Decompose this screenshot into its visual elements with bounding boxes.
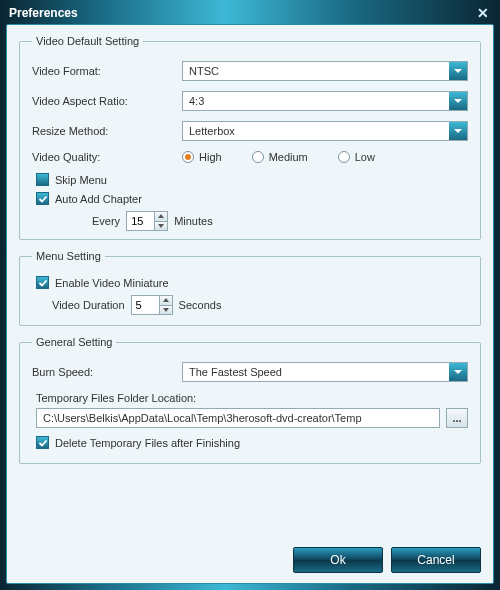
video-aspect-select[interactable]: 4:3 <box>182 91 468 111</box>
seconds-label: Seconds <box>179 299 222 311</box>
chapter-minutes-input[interactable] <box>126 211 154 231</box>
quality-medium-label: Medium <box>269 151 308 163</box>
ok-button[interactable]: Ok <box>293 547 383 573</box>
temp-folder-path-text: C:\Users\Belkis\AppData\Local\Temp\3hero… <box>43 412 362 424</box>
resize-method-value: Letterbox <box>189 125 235 137</box>
temp-folder-label: Temporary Files Folder Location: <box>36 392 468 404</box>
checkbox-icon <box>36 173 49 186</box>
enable-miniature-label: Enable Video Miniature <box>55 277 169 289</box>
video-aspect-label: Video Aspect Ratio: <box>32 95 182 107</box>
browse-label: ... <box>452 412 461 424</box>
titlebar: Preferences ✕ <box>1 1 499 25</box>
spinner-down-icon[interactable] <box>160 306 172 315</box>
quality-high-radio[interactable]: High <box>182 151 222 163</box>
checkbox-checked-icon <box>36 192 49 205</box>
video-quality-radiogroup: High Medium Low <box>182 151 468 163</box>
video-format-value: NTSC <box>189 65 219 77</box>
burn-speed-label: Burn Speed: <box>32 366 182 378</box>
burn-speed-value: The Fastest Speed <box>189 366 282 378</box>
spinner-up-icon[interactable] <box>160 296 172 306</box>
chevron-down-icon <box>449 62 467 80</box>
resize-method-select[interactable]: Letterbox <box>182 121 468 141</box>
skip-menu-checkbox[interactable]: Skip Menu <box>36 173 468 186</box>
video-format-label: Video Format: <box>32 65 182 77</box>
video-duration-row: Video Duration Seconds <box>52 295 468 315</box>
chevron-down-icon <box>449 92 467 110</box>
quality-low-radio[interactable]: Low <box>338 151 375 163</box>
spinner-up-icon[interactable] <box>155 212 167 222</box>
cancel-label: Cancel <box>417 553 454 567</box>
spinner-down-icon[interactable] <box>155 222 167 231</box>
video-aspect-value: 4:3 <box>189 95 204 107</box>
quality-medium-radio[interactable]: Medium <box>252 151 308 163</box>
cancel-button[interactable]: Cancel <box>391 547 481 573</box>
browse-button[interactable]: ... <box>446 408 468 428</box>
video-default-group: Video Default Setting Video Format: NTSC… <box>19 35 481 240</box>
dialog-buttons: Ok Cancel <box>293 547 481 573</box>
ok-label: Ok <box>330 553 345 567</box>
checkbox-checked-icon <box>36 276 49 289</box>
close-icon[interactable]: ✕ <box>475 5 491 21</box>
quality-high-label: High <box>199 151 222 163</box>
video-duration-label: Video Duration <box>52 299 125 311</box>
chevron-down-icon <box>449 122 467 140</box>
checkbox-checked-icon <box>36 436 49 449</box>
delete-temp-checkbox[interactable]: Delete Temporary Files after Finishing <box>36 436 468 449</box>
video-duration-input[interactable] <box>131 295 159 315</box>
auto-add-chapter-checkbox[interactable]: Auto Add Chapter <box>36 192 468 205</box>
general-setting-group: General Setting Burn Speed: The Fastest … <box>19 336 481 464</box>
general-setting-legend: General Setting <box>32 336 116 348</box>
chevron-down-icon <box>449 363 467 381</box>
menu-setting-group: Menu Setting Enable Video Miniature Vide… <box>19 250 481 326</box>
window-title: Preferences <box>9 6 78 20</box>
dialog-body: Video Default Setting Video Format: NTSC… <box>6 24 494 584</box>
skip-menu-label: Skip Menu <box>55 174 107 186</box>
auto-add-chapter-label: Auto Add Chapter <box>55 193 142 205</box>
quality-low-label: Low <box>355 151 375 163</box>
enable-miniature-checkbox[interactable]: Enable Video Miniature <box>36 276 468 289</box>
chapter-interval-row: Every Minutes <box>92 211 468 231</box>
temp-folder-path[interactable]: C:\Users\Belkis\AppData\Local\Temp\3hero… <box>36 408 440 428</box>
radio-icon <box>182 151 194 163</box>
delete-temp-label: Delete Temporary Files after Finishing <box>55 437 240 449</box>
video-default-legend: Video Default Setting <box>32 35 143 47</box>
every-label: Every <box>92 215 120 227</box>
minutes-label: Minutes <box>174 215 213 227</box>
radio-icon <box>252 151 264 163</box>
chapter-minutes-spinner[interactable] <box>126 211 168 231</box>
radio-icon <box>338 151 350 163</box>
burn-speed-select[interactable]: The Fastest Speed <box>182 362 468 382</box>
resize-method-label: Resize Method: <box>32 125 182 137</box>
menu-setting-legend: Menu Setting <box>32 250 105 262</box>
video-duration-spinner[interactable] <box>131 295 173 315</box>
video-quality-label: Video Quality: <box>32 151 182 163</box>
video-format-select[interactable]: NTSC <box>182 61 468 81</box>
preferences-window: Preferences ✕ Video Default Setting Vide… <box>0 0 500 590</box>
